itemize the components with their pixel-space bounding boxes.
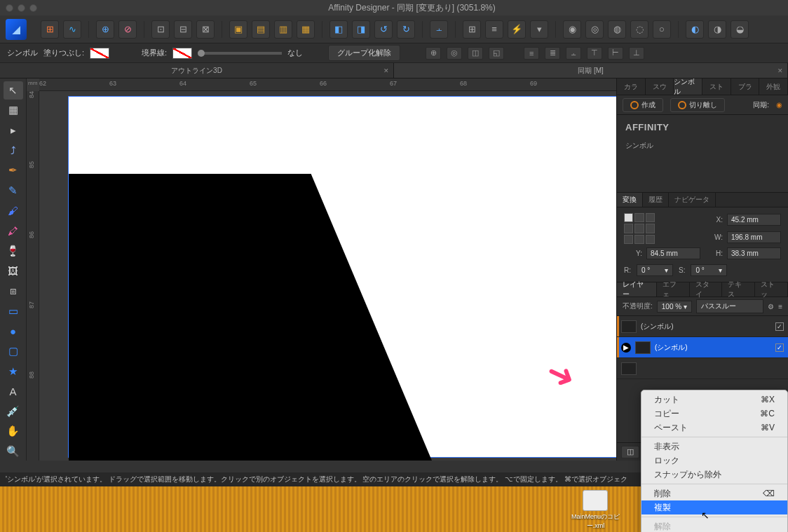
align-bottom-icon[interactable]: ⊥ bbox=[629, 47, 644, 60]
menu-copy[interactable]: コピー⌘C bbox=[641, 407, 787, 421]
close-window-button[interactable] bbox=[6, 4, 13, 12]
rotate-ccw-button[interactable]: ↺ bbox=[374, 20, 393, 39]
shear-field[interactable]: 0 °▾ bbox=[691, 264, 727, 276]
insert-inside-button[interactable]: ⊘ bbox=[118, 20, 137, 39]
arrange-forward-button[interactable]: ▤ bbox=[252, 20, 270, 39]
artboard-tool[interactable]: ▦ bbox=[4, 102, 23, 120]
fill-swatch[interactable] bbox=[90, 48, 109, 59]
bool-intersect-button[interactable]: ◍ bbox=[608, 20, 626, 39]
corner-tool[interactable]: ⤴ bbox=[4, 142, 23, 160]
tab-appearance[interactable]: 外観 bbox=[759, 79, 788, 95]
cycle-select-icon[interactable]: ◱ bbox=[489, 47, 504, 60]
select-same-button[interactable]: ⊟ bbox=[174, 20, 192, 39]
snapping-button[interactable]: ⚡ bbox=[508, 20, 526, 39]
flip-h-button[interactable]: ◧ bbox=[330, 20, 348, 39]
bool-add-button[interactable]: ◉ bbox=[563, 20, 581, 39]
paint-tool[interactable]: 🖍 bbox=[4, 221, 23, 240]
eyedropper-tool[interactable]: 💉 bbox=[4, 402, 23, 421]
pencil-tool[interactable]: ✎ bbox=[4, 182, 23, 200]
align-left-icon[interactable]: ≡ bbox=[524, 47, 539, 60]
align-top-icon[interactable]: ⊤ bbox=[587, 47, 602, 60]
star-tool[interactable]: ★ bbox=[4, 362, 23, 381]
blend-mode-select[interactable]: パススルー bbox=[696, 299, 763, 313]
layer-row[interactable]: (シンボル) ✓ bbox=[617, 316, 788, 337]
stroke-swatch[interactable] bbox=[172, 48, 192, 59]
y-field[interactable]: 84.5 mm bbox=[646, 247, 700, 259]
image-tool[interactable]: 🖼 bbox=[4, 262, 23, 280]
ellipse-tool[interactable]: ● bbox=[4, 322, 23, 341]
insert-target-button[interactable]: ⊕ bbox=[96, 20, 114, 39]
symbol-detach-button[interactable]: 切り離し bbox=[670, 98, 725, 112]
snap-options-button[interactable]: ▾ bbox=[530, 20, 548, 39]
close-icon[interactable]: ✕ bbox=[383, 67, 389, 74]
grid-button[interactable]: ⊞ bbox=[463, 20, 481, 39]
gear-icon[interactable]: ⚙ bbox=[768, 303, 774, 311]
opacity-field[interactable]: 100 % ▾ bbox=[657, 301, 692, 313]
document-tab-1[interactable]: アウトライン3D✕ bbox=[0, 63, 394, 78]
tab-swatch[interactable]: スウ bbox=[646, 79, 674, 95]
arrange-back-button[interactable]: ▦ bbox=[297, 20, 315, 39]
tab-styles[interactable]: スタイ bbox=[690, 282, 723, 296]
align-button[interactable]: ⫠ bbox=[430, 20, 448, 39]
menu-duplicate[interactable]: 複製 bbox=[641, 500, 787, 514]
h-field[interactable]: 38.3 mm bbox=[727, 247, 781, 259]
menu-cut[interactable]: カット⌘X bbox=[641, 393, 787, 407]
baseline-button[interactable]: ≡ bbox=[485, 20, 503, 39]
black-shape-object[interactable] bbox=[69, 174, 447, 461]
move-tool[interactable]: ↖ bbox=[4, 81, 23, 100]
stroke-width-slider[interactable] bbox=[198, 52, 282, 55]
flip-v-button[interactable]: ◨ bbox=[352, 20, 370, 39]
minimize-window-button[interactable] bbox=[18, 4, 25, 12]
align-right-icon[interactable]: ⫠ bbox=[566, 47, 581, 60]
menu-hide[interactable]: 非表示 bbox=[641, 439, 787, 453]
corner-button[interactable]: ◐ bbox=[686, 20, 704, 39]
canvas[interactable] bbox=[39, 91, 616, 461]
bool-divide-button[interactable]: ◌ bbox=[630, 20, 648, 39]
x-field[interactable]: 45.2 mm bbox=[727, 214, 781, 226]
persona-export-button[interactable]: ∿ bbox=[63, 20, 81, 39]
align-middle-icon[interactable]: ⊢ bbox=[608, 47, 623, 60]
layer-row[interactable] bbox=[617, 358, 788, 379]
menu-paste[interactable]: ペースト⌘V bbox=[641, 421, 787, 435]
artboard[interactable] bbox=[69, 97, 616, 457]
anchor-picker[interactable] bbox=[624, 213, 655, 244]
symbol-item[interactable]: シンボル bbox=[625, 141, 780, 151]
ungroup-button[interactable]: グループ化解除 bbox=[328, 45, 400, 61]
sync-toggle-icon[interactable]: ◉ bbox=[776, 101, 782, 109]
tab-transform[interactable]: 変換 bbox=[617, 193, 643, 207]
tab-brush[interactable]: ブラ bbox=[731, 79, 760, 95]
expand-icon[interactable]: ▶ bbox=[621, 343, 631, 353]
tab-color[interactable]: カラ bbox=[617, 79, 646, 95]
fill-tool[interactable]: 🍷 bbox=[4, 242, 23, 260]
zoom-tool[interactable]: 🔍 bbox=[4, 442, 23, 461]
layer-mask-button[interactable]: ◫ bbox=[621, 446, 639, 458]
bool-combine-button[interactable]: ○ bbox=[653, 20, 671, 39]
menu-lock[interactable]: ロック bbox=[641, 453, 787, 468]
tab-navigator[interactable]: ナビゲータ bbox=[669, 193, 716, 207]
zoom-window-button[interactable] bbox=[29, 4, 37, 12]
tab-history[interactable]: 履歴 bbox=[643, 193, 669, 207]
panel-menu-icon[interactable]: ≡ bbox=[778, 303, 782, 311]
hide-selection-icon[interactable]: ◎ bbox=[447, 47, 462, 60]
tab-symbol[interactable]: シンボル bbox=[674, 79, 702, 95]
text-tool[interactable]: A bbox=[4, 382, 23, 400]
w-field[interactable]: 196.8 mm bbox=[727, 231, 781, 243]
menu-snap-exclude[interactable]: スナップから除外 bbox=[641, 468, 787, 482]
rotation-field[interactable]: 0 °▾ bbox=[637, 264, 673, 276]
select-all-button[interactable]: ⊡ bbox=[151, 20, 170, 39]
tab-text[interactable]: テキス bbox=[722, 282, 755, 296]
layer-row-selected[interactable]: ▶ (シンボル) ✓ bbox=[617, 337, 788, 358]
pen-tool[interactable]: ✒ bbox=[4, 162, 23, 180]
tab-stock[interactable]: ストッ bbox=[755, 282, 788, 296]
compound-button[interactable]: ◑ bbox=[708, 20, 726, 39]
crop-tool[interactable]: ⧆ bbox=[4, 282, 23, 300]
arrange-front-button[interactable]: ▣ bbox=[229, 20, 247, 39]
brush-tool[interactable]: 🖌 bbox=[4, 202, 23, 220]
hand-tool[interactable]: ✋ bbox=[4, 423, 23, 441]
transform-mode-icon[interactable]: ◫ bbox=[468, 47, 483, 60]
document-tab-2[interactable]: 同期 [M]✕ bbox=[394, 63, 788, 78]
tab-stroke[interactable]: スト bbox=[702, 79, 731, 95]
node-tool[interactable]: ▸ bbox=[4, 121, 23, 139]
rotate-cw-button[interactable]: ↻ bbox=[397, 20, 415, 39]
release-button[interactable]: ◒ bbox=[731, 20, 749, 39]
